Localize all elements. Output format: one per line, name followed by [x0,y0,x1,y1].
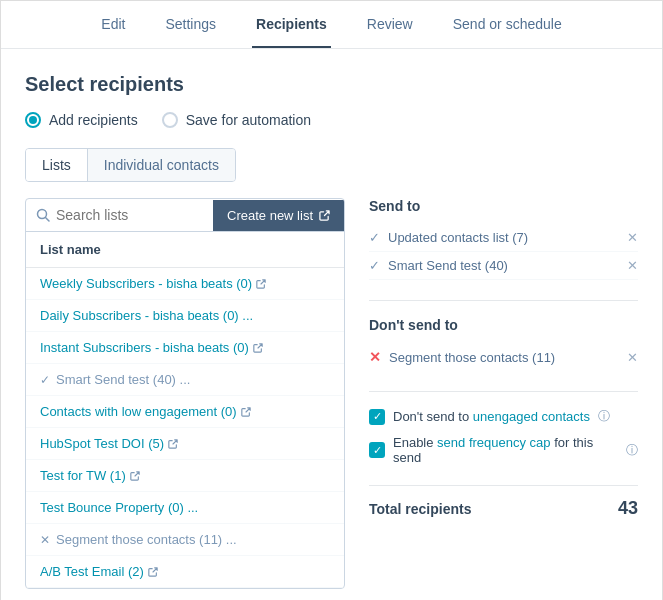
add-recipients-option[interactable]: Add recipients [25,112,138,128]
nav-recipients[interactable]: Recipients [252,2,331,48]
frequency-cap-link[interactable]: send frequency cap [437,435,550,450]
recipient-name: Smart Send test (40) [388,258,508,273]
section-divider [369,300,638,301]
x-prefix-icon: ✕ [40,533,50,547]
unengaged-checkbox[interactable] [369,409,385,425]
list-item[interactable]: Instant Subscribers - bisha beats (0) [26,332,344,364]
remove-dont-send-button[interactable]: ✕ [627,350,638,365]
list-item[interactable]: Contacts with low engagement (0) [26,396,344,428]
svg-line-1 [46,218,50,222]
send-to-section: Send to ✓ Updated contacts list (7) ✕ ✓ … [369,198,638,280]
unengaged-contacts-link[interactable]: unengaged contacts [473,409,590,424]
view-tabs: Lists Individual contacts [25,148,236,182]
lists-panel: Create new list List name Weekly Subscri… [25,198,345,589]
dont-send-item: ✕ Segment those contacts (11) ✕ [369,343,638,371]
external-link-icon [130,471,140,481]
external-link-icon [148,567,158,577]
right-panel: Send to ✓ Updated contacts list (7) ✕ ✓ … [369,198,638,589]
dont-send-name: Segment those contacts (11) [389,350,555,365]
save-for-automation-label: Save for automation [186,112,311,128]
frequency-cap-label: Enable send frequency cap for this send [393,435,618,465]
list-item[interactable]: ✕ Segment those contacts (11) ... [26,524,344,556]
external-link-icon [319,210,330,221]
total-recipients-row: Total recipients 43 [369,485,638,519]
recipient-name: Updated contacts list (7) [388,230,528,245]
remove-recipient-button[interactable]: ✕ [627,258,638,273]
frequency-cap-checkbox-row: Enable send frequency cap for this send … [369,435,638,465]
nav-settings[interactable]: Settings [161,2,220,48]
top-navigation: Edit Settings Recipients Review Send or … [1,1,662,49]
add-recipients-radio[interactable] [25,112,41,128]
search-icon [36,208,50,222]
unengaged-label: Don't send to unengaged contacts [393,409,590,424]
check-prefix-icon: ✓ [40,373,50,387]
create-new-list-button[interactable]: Create new list [213,200,344,231]
external-link-icon [253,343,263,353]
send-to-label: Send to [369,198,638,214]
lists-container: Weekly Subscribers - bisha beats (0) Dai… [26,268,344,588]
add-recipients-label: Add recipients [49,112,138,128]
section-divider-2 [369,391,638,392]
check-icon: ✓ [369,258,380,273]
save-for-automation-radio[interactable] [162,112,178,128]
check-icon: ✓ [369,230,380,245]
search-input[interactable] [56,207,203,223]
list-item[interactable]: ✓ Smart Send test (40) ... [26,364,344,396]
remove-recipient-button[interactable]: ✕ [627,230,638,245]
main-content: Select recipients Add recipients Save fo… [1,49,662,600]
columns-layout: Create new list List name Weekly Subscri… [25,198,638,589]
list-item[interactable]: Daily Subscribers - bisha beats (0) ... [26,300,344,332]
tab-lists[interactable]: Lists [26,149,88,181]
list-item[interactable]: A/B Test Email (2) [26,556,344,588]
nav-edit[interactable]: Edit [97,2,129,48]
unengaged-checkbox-row: Don't send to unengaged contacts ⓘ [369,408,638,425]
tab-individual-contacts[interactable]: Individual contacts [88,149,235,181]
save-for-automation-option[interactable]: Save for automation [162,112,311,128]
nav-review[interactable]: Review [363,2,417,48]
search-input-wrap [26,199,213,231]
list-item[interactable]: Test Bounce Property (0) ... [26,492,344,524]
list-item[interactable]: HubSpot Test DOI (5) [26,428,344,460]
search-bar: Create new list [26,199,344,232]
total-recipients-value: 43 [618,498,638,519]
external-link-icon [256,279,266,289]
recipient-item: ✓ Smart Send test (40) ✕ [369,252,638,280]
external-link-icon [241,407,251,417]
list-item[interactable]: Test for TW (1) [26,460,344,492]
frequency-cap-checkbox[interactable] [369,442,385,458]
external-link-icon [168,439,178,449]
list-item[interactable]: Weekly Subscribers - bisha beats (0) [26,268,344,300]
dont-send-to-section: Don't send to ✕ Segment those contacts (… [369,317,638,371]
page-title: Select recipients [25,73,638,96]
dont-send-to-label: Don't send to [369,317,638,333]
nav-send-or-schedule[interactable]: Send or schedule [449,2,566,48]
checkbox-section: Don't send to unengaged contacts ⓘ Enabl… [369,408,638,465]
recipient-item: ✓ Updated contacts list (7) ✕ [369,224,638,252]
frequency-cap-info-icon[interactable]: ⓘ [626,442,638,459]
total-recipients-label: Total recipients [369,501,471,517]
x-badge-icon: ✕ [369,349,381,365]
list-name-header: List name [26,232,344,268]
unengaged-info-icon[interactable]: ⓘ [598,408,610,425]
recipient-mode-radio-group: Add recipients Save for automation [25,112,638,128]
